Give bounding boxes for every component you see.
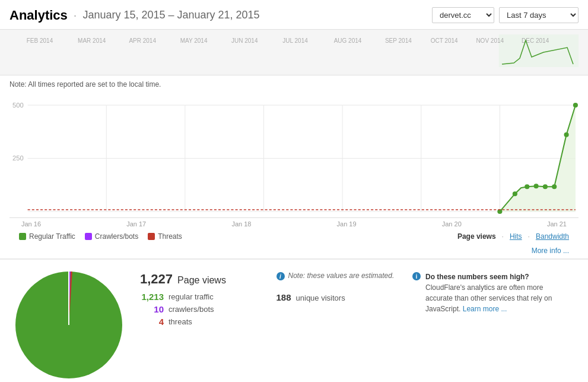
chart-svg: 500 250 bbox=[9, 99, 579, 217]
crawlers-number: 10 bbox=[140, 304, 164, 314]
x-label-jan19: Jan 19 bbox=[337, 220, 357, 228]
svg-text:250: 250 bbox=[12, 155, 24, 162]
threats-number: 4 bbox=[140, 317, 164, 327]
main-chart: 500 250 bbox=[9, 99, 579, 218]
chart-legend: Regular Traffic Crawlers/bots Threats Pa… bbox=[9, 228, 579, 245]
svg-point-28 bbox=[543, 184, 548, 189]
legend-label-crawlers: Crawlers/bots bbox=[95, 232, 138, 241]
timeline-svg: FEB 2014 MAR 2014 APR 2014 MAY 2014 JUN … bbox=[9, 34, 579, 70]
pie-chart-container bbox=[9, 266, 128, 382]
svg-text:OCT 2014: OCT 2014 bbox=[431, 37, 458, 44]
svg-text:MAR 2014: MAR 2014 bbox=[78, 37, 106, 44]
svg-point-30 bbox=[564, 132, 569, 137]
stat-regular-traffic: 1,213 regular traffic bbox=[140, 292, 276, 302]
legend-label-regular: Regular Traffic bbox=[29, 232, 75, 241]
svg-text:SEP 2014: SEP 2014 bbox=[385, 37, 412, 44]
svg-text:500: 500 bbox=[12, 102, 24, 109]
domain-select[interactable]: dervet.cc bbox=[432, 7, 494, 23]
high-numbers-info-icon: i bbox=[412, 272, 421, 280]
legend-crawlers: Crawlers/bots bbox=[85, 232, 138, 241]
svg-point-27 bbox=[534, 184, 539, 188]
svg-text:FEB 2014: FEB 2014 bbox=[27, 37, 53, 44]
svg-text:NOV 2014: NOV 2014 bbox=[476, 37, 504, 44]
pageviews-number: 1,227 bbox=[140, 271, 173, 287]
svg-point-26 bbox=[525, 184, 529, 189]
legend-threats: Threats bbox=[148, 232, 182, 241]
pie-chart-svg bbox=[9, 266, 128, 382]
stat-crawlers: 10 crawlers/bots bbox=[140, 304, 276, 314]
svg-text:AUG 2014: AUG 2014 bbox=[334, 37, 362, 44]
main-chart-section: 500 250 Jan 16 Jan 17 Jan 18 Jan 19 Jan … bbox=[0, 93, 588, 258]
chart-type-hits[interactable]: Hits bbox=[510, 232, 522, 241]
stats-right: i Note: these values are estimated. 188 … bbox=[276, 266, 413, 302]
svg-text:JUL 2014: JUL 2014 bbox=[282, 37, 308, 44]
stats-section: 1,227 Page views 1,213 regular traffic 1… bbox=[0, 259, 588, 382]
note-estimate: i Note: these values are estimated. bbox=[276, 271, 413, 280]
legend-dot-crawlers bbox=[85, 233, 92, 240]
unique-visitors-label: unique visitors bbox=[296, 293, 345, 302]
svg-point-31 bbox=[573, 103, 578, 108]
high-numbers-text: Do these numbers seem high? CloudFlare's… bbox=[425, 271, 567, 314]
x-label-jan18: Jan 18 bbox=[231, 220, 251, 228]
stats-numbers: 1,227 Page views 1,213 regular traffic 1… bbox=[140, 266, 276, 329]
x-label-jan16: Jan 16 bbox=[21, 220, 41, 228]
header-separator: · bbox=[74, 8, 77, 22]
svg-text:APR 2014: APR 2014 bbox=[129, 37, 156, 44]
unique-visitors-row: 188 unique visitors bbox=[276, 292, 413, 302]
svg-point-25 bbox=[513, 191, 517, 196]
regular-traffic-label: regular traffic bbox=[169, 292, 214, 301]
pageviews-label: Page views bbox=[177, 275, 226, 286]
x-label-jan21: Jan 21 bbox=[547, 220, 567, 228]
regular-traffic-number: 1,213 bbox=[140, 292, 164, 302]
svg-text:JUN 2014: JUN 2014 bbox=[231, 37, 258, 44]
local-time-note: Note: All times reported are set to the … bbox=[0, 75, 588, 93]
threats-label: threats bbox=[169, 317, 192, 326]
chart-type-pageviews[interactable]: Page views bbox=[457, 232, 496, 241]
chart-type-bandwidth[interactable]: Bandwidth bbox=[536, 232, 569, 241]
page-title: Analytics bbox=[9, 8, 68, 23]
legend-dot-threats bbox=[148, 233, 155, 240]
svg-point-29 bbox=[552, 184, 557, 189]
legend-dot-regular bbox=[19, 233, 26, 240]
learn-more-link[interactable]: Learn more ... bbox=[463, 305, 507, 313]
legend-label-threats: Threats bbox=[158, 232, 182, 241]
chart-type-legend: Page views · Hits · Bandwidth bbox=[457, 232, 569, 241]
header: Analytics · January 15, 2015 – January 2… bbox=[0, 0, 588, 30]
x-label-jan17: Jan 17 bbox=[126, 220, 146, 228]
date-range: January 15, 2015 – January 21, 2015 bbox=[82, 9, 432, 21]
stat-threats: 4 threats bbox=[140, 317, 276, 327]
legend-regular-traffic: Regular Traffic bbox=[19, 232, 75, 241]
period-select[interactable]: Last 7 days Last 30 days Last 6 months L… bbox=[499, 7, 579, 23]
unique-visitors-number: 188 bbox=[276, 292, 291, 302]
high-numbers-box: i Do these numbers seem high? CloudFlare… bbox=[412, 271, 567, 314]
stat-pageviews-main: 1,227 Page views bbox=[140, 271, 276, 287]
high-numbers-title: Do these numbers seem high? bbox=[425, 273, 529, 281]
estimate-note-text: Note: these values are estimated. bbox=[288, 271, 395, 280]
more-info-container: More info ... bbox=[9, 245, 579, 258]
estimate-info-icon: i bbox=[276, 272, 285, 280]
more-info-link[interactable]: More info ... bbox=[532, 247, 569, 255]
svg-text:MAY 2014: MAY 2014 bbox=[180, 37, 208, 44]
high-numbers-section: i Do these numbers seem high? CloudFlare… bbox=[412, 266, 579, 314]
header-controls: dervet.cc Last 7 days Last 30 days Last … bbox=[432, 7, 579, 23]
timeline-bar: FEB 2014 MAR 2014 APR 2014 MAY 2014 JUN … bbox=[0, 30, 588, 75]
chart-x-labels: Jan 16 Jan 17 Jan 18 Jan 19 Jan 20 Jan 2… bbox=[9, 218, 579, 228]
crawlers-label: crawlers/bots bbox=[169, 305, 214, 314]
x-label-jan20: Jan 20 bbox=[442, 220, 462, 228]
